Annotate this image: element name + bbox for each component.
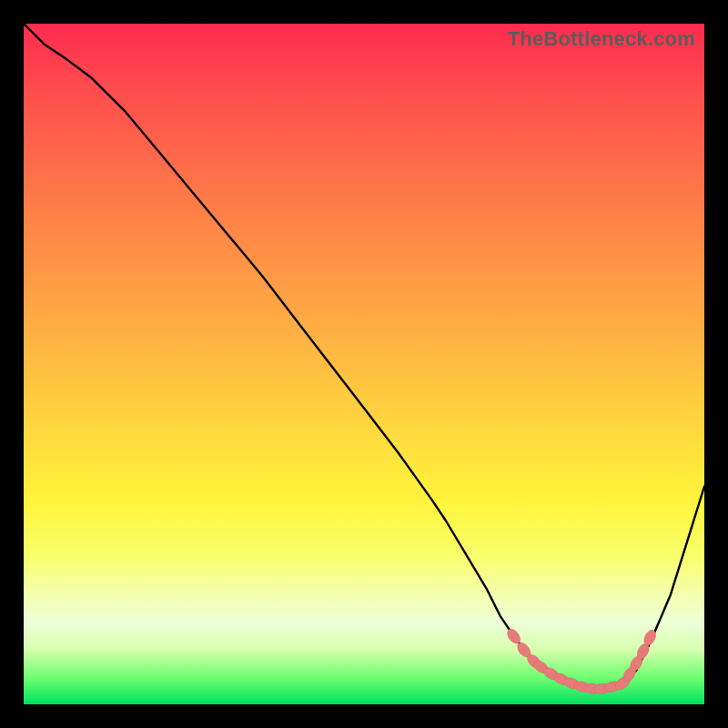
marker-group — [505, 627, 658, 694]
curve-line — [24, 24, 704, 691]
chart-svg — [24, 24, 704, 704]
plot-area: TheBottleneck.com — [24, 24, 704, 704]
chart-frame: TheBottleneck.com — [0, 0, 728, 728]
